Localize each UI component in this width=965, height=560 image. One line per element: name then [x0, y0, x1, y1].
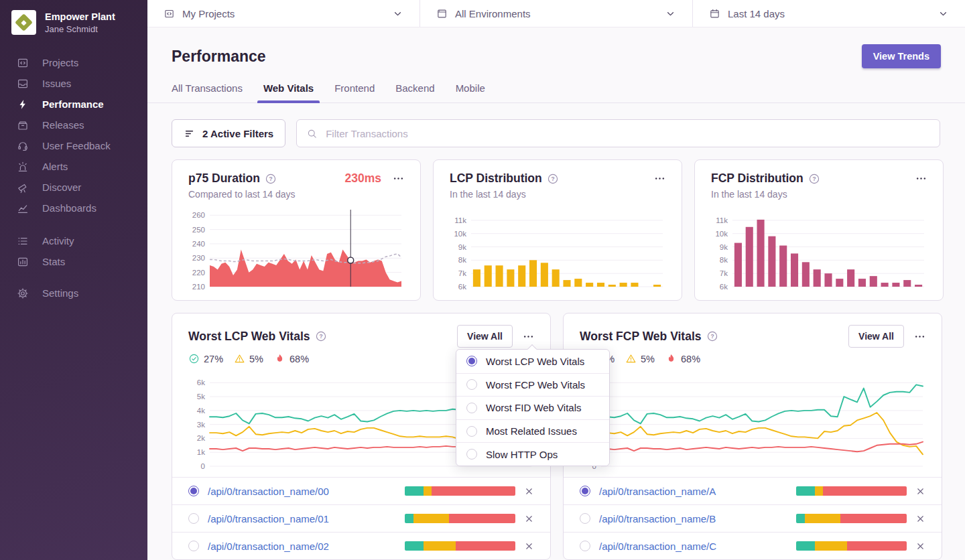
sidebar-item-activity[interactable]: Activity: [17, 234, 147, 248]
sidebar-item-issues[interactable]: Issues: [17, 76, 147, 90]
lcp-distribution-card: LCP Distribution ? In the last 14 days 6…: [433, 159, 682, 301]
vitals-badge: 5%: [625, 353, 655, 364]
help-icon[interactable]: ?: [548, 173, 558, 184]
close-icon: [524, 541, 534, 551]
transaction-radio[interactable]: [580, 541, 590, 551]
card-title-group: p75 Duration ?: [188, 171, 276, 186]
dismiss-transaction-button[interactable]: [524, 541, 534, 551]
lcp-distribution-chart: 6k7k8k9k10k11k: [450, 208, 665, 292]
transaction-link[interactable]: /api/0/transaction_name/C: [599, 541, 787, 552]
warning-icon: [625, 353, 637, 364]
org-logo-spark-icon: [21, 19, 26, 25]
help-icon[interactable]: ?: [809, 173, 820, 184]
dropdown-option[interactable]: Worst FCP Web Vitals: [456, 373, 609, 397]
sidebar-item-label: Projects: [42, 56, 78, 70]
user-feedback-icon: [17, 140, 29, 152]
dismiss-transaction-button[interactable]: [915, 514, 925, 524]
sidebar-nav-tertiary: Settings: [0, 286, 147, 300]
view-trends-button[interactable]: View Trends: [862, 44, 941, 68]
view-all-button[interactable]: View All: [848, 325, 904, 348]
tab-all-transactions[interactable]: All Transactions: [172, 82, 243, 102]
active-filters-button[interactable]: 2 Active Filters: [172, 119, 285, 147]
sidebar-item-label: Dashboards: [42, 201, 96, 215]
sidebar-nav-primary: ProjectsIssuesPerformanceReleasesUser Fe…: [0, 56, 147, 215]
sidebar-item-discover[interactable]: Discover: [17, 180, 147, 194]
vitals-bar: [796, 514, 907, 523]
transaction-link[interactable]: /api/0/transaction_name/02: [208, 541, 396, 552]
org-switcher[interactable]: Empower Plant Jane Schmidt: [0, 0, 147, 35]
dismiss-transaction-button[interactable]: [915, 486, 925, 496]
transaction-link[interactable]: /api/0/transaction_name/B: [599, 513, 787, 524]
sidebar-item-settings[interactable]: Settings: [17, 286, 147, 300]
tab-backend[interactable]: Backend: [395, 82, 434, 102]
card-overflow-button[interactable]: [915, 173, 927, 184]
transaction-link[interactable]: /api/0/transaction_name/01: [208, 513, 396, 524]
ellipsis-icon: [523, 331, 534, 342]
card-overflow-button[interactable]: [654, 173, 665, 184]
chevron-down-icon: [392, 8, 403, 19]
transaction-link[interactable]: /api/0/transaction_name/A: [599, 486, 787, 497]
help-icon[interactable]: ?: [316, 331, 326, 342]
dropdown-option-label: Worst FID Web Vitals: [486, 402, 582, 413]
vitals-bar: [405, 514, 515, 523]
dismiss-transaction-button[interactable]: [915, 541, 925, 551]
badge-value: 68%: [681, 354, 700, 364]
tab-frontend[interactable]: Frontend: [334, 82, 375, 102]
vitals-bar-segment: [432, 486, 515, 496]
tab-web-vitals[interactable]: Web Vitals: [263, 82, 314, 102]
dropdown-option[interactable]: Worst LCP Web Vitals: [456, 350, 609, 373]
sidebar-item-projects[interactable]: Projects: [17, 56, 147, 70]
view-all-button[interactable]: View All: [457, 325, 513, 348]
check-circle-icon: [188, 353, 200, 364]
card-subtitle: In the last 14 days: [711, 189, 927, 200]
dropdown-option-label: Slow HTTP Ops: [486, 449, 558, 460]
sidebar-item-user-feedback[interactable]: User Feedback: [17, 139, 147, 153]
tab-mobile[interactable]: Mobile: [456, 82, 485, 102]
transaction-radio[interactable]: [580, 486, 590, 496]
projects-icon: [17, 57, 29, 69]
sidebar-item-releases[interactable]: Releases: [17, 118, 147, 132]
card-overflow-button[interactable]: [393, 173, 404, 184]
help-icon[interactable]: ?: [265, 173, 276, 184]
help-icon[interactable]: ?: [707, 331, 718, 342]
project-filter[interactable]: My Projects: [147, 0, 420, 27]
card-title-group: LCP Distribution ?: [450, 171, 558, 186]
environment-filter[interactable]: All Environments: [420, 0, 693, 27]
transaction-radio[interactable]: [188, 513, 199, 524]
transaction-link[interactable]: /api/0/transaction_name/00: [208, 486, 396, 497]
vitals-bar-segment: [805, 514, 840, 523]
vitals-bar: [405, 541, 515, 551]
dropdown-option[interactable]: Most Related Issues: [456, 419, 609, 443]
card-subtitle: In the last 14 days: [450, 189, 665, 200]
transaction-radio[interactable]: [188, 486, 199, 496]
transaction-radio[interactable]: [188, 541, 199, 551]
dismiss-transaction-button[interactable]: [524, 514, 534, 524]
activity-icon: [17, 235, 29, 247]
sidebar-item-alerts[interactable]: Alerts: [17, 159, 147, 173]
sidebar-item-dashboards[interactable]: Dashboards: [17, 201, 147, 215]
card-overflow-button[interactable]: [523, 331, 534, 342]
vitals-bar-segment: [796, 541, 815, 551]
card-title-group: Worst LCP Web Vitals?: [188, 330, 326, 344]
sidebar-item-stats[interactable]: Stats: [17, 255, 147, 269]
card-overflow-button[interactable]: [914, 331, 925, 342]
badge-value: 68%: [290, 354, 309, 364]
card-actions: View All: [457, 325, 534, 348]
search-input[interactable]: [324, 127, 930, 140]
dropdown-option[interactable]: Worst FID Web Vitals: [456, 396, 609, 419]
svg-text:7k: 7k: [720, 269, 728, 277]
vitals-bar: [405, 486, 515, 496]
transaction-radio[interactable]: [580, 513, 590, 524]
content-area: 2 Active Filters p75 Duration ? 230: [147, 103, 965, 560]
svg-text:9k: 9k: [720, 243, 728, 251]
close-icon: [915, 486, 925, 496]
sidebar-item-performance[interactable]: Performance: [17, 97, 147, 111]
dropdown-option-radio: [466, 426, 477, 437]
ellipsis-icon: [915, 173, 927, 184]
dismiss-transaction-button[interactable]: [524, 486, 534, 496]
date-range-filter[interactable]: Last 14 days: [693, 0, 965, 27]
svg-text:11k: 11k: [716, 216, 728, 224]
transaction-rows: /api/0/transaction_name/00/api/0/transac…: [172, 477, 550, 559]
sidebar-item-label: Discover: [42, 180, 81, 194]
dropdown-option[interactable]: Slow HTTP Ops: [456, 442, 609, 466]
